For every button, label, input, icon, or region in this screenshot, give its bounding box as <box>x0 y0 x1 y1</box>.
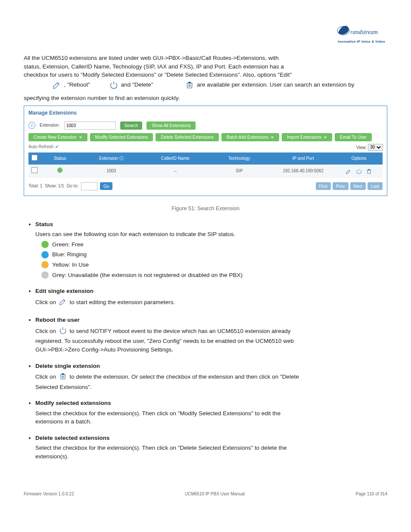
status-label: Grey: Unavailable (the extension is not … <box>52 271 243 280</box>
column-header-checkbox[interactable] <box>28 152 40 165</box>
notes-list: Status Users can see the following icon … <box>24 220 387 461</box>
section-delete-selected-title: Delete selected extensions <box>35 434 387 442</box>
column-header-ipport[interactable]: IP and Port <box>271 152 336 165</box>
cell-ipport: 192.168.40.190:5062 <box>271 165 336 178</box>
pager-first-button[interactable]: First <box>316 182 331 190</box>
cell-technology: SIP <box>207 165 271 178</box>
info-icon: i <box>28 122 35 129</box>
edit-icon <box>59 297 67 308</box>
trash-icon <box>185 80 194 90</box>
column-header-callerid[interactable]: CallerID Name <box>143 152 208 165</box>
email-to-user-button[interactable]: Email To User <box>335 133 372 141</box>
import-extensions-button[interactable]: Import Extensions <box>282 133 332 141</box>
chevron-down-icon <box>271 137 274 139</box>
brand-logo: randstream Innovative IP Voice & Video <box>336 24 387 44</box>
section-delete-single-title: Delete single extension <box>35 362 387 370</box>
intro-tail: specifying the extension number to find … <box>24 94 342 103</box>
column-header-status[interactable]: Status <box>40 152 79 165</box>
status-label: Green: Free <box>52 240 84 249</box>
chevron-down-icon <box>324 137 327 139</box>
search-row: i Extension: Search Show All Extensions <box>28 121 383 130</box>
pager-last-button[interactable]: Last <box>367 182 383 190</box>
action-buttons-row: Create New Extension Modify Selected Ext… <box>28 133 383 141</box>
table-pager: Total: 1 Show: 1/1 Go to: Go First Prev … <box>28 182 383 190</box>
section-status-title: Status <box>35 220 387 229</box>
section-reboot-title: Reboot the user <box>35 316 387 324</box>
manage-extensions-panel: Manage Extensions i Extension: Search Sh… <box>24 106 387 196</box>
edit-icon <box>52 80 62 90</box>
reboot-icon <box>59 326 67 337</box>
pager-total: Total: 1 <box>28 183 42 190</box>
page-footer: Firmware Version 1.0.0.22 UCM6510 IP PBX… <box>24 491 387 498</box>
batch-add-button[interactable]: Batch Add Extensions <box>221 133 279 141</box>
modify-selected-button[interactable]: Modify Selected Extensions <box>90 133 153 141</box>
create-new-extension-button[interactable]: Create New Extension <box>28 133 87 141</box>
panel-title: Manage Extensions <box>28 109 383 117</box>
pager-go-button[interactable]: Go <box>100 182 112 190</box>
delete-selected-button[interactable]: Delete Selected Extensions <box>156 133 218 141</box>
footer-page: Page 110 of 314 <box>356 491 387 498</box>
status-dot-free <box>57 168 62 173</box>
section-edit-title: Edit single extension <box>35 287 387 296</box>
intro-paragraph: All the UCM6510 extensions are listed un… <box>24 54 342 79</box>
status-dot-ringing <box>41 251 49 258</box>
status-dot-inuse <box>41 261 49 268</box>
pager-prev-button[interactable]: Prev <box>333 182 349 190</box>
trash-icon <box>59 372 67 383</box>
figure-caption: Figure 51: Search Extension <box>24 205 387 212</box>
show-all-extensions-button[interactable]: Show All Extensions <box>146 121 196 130</box>
table-row: 1003 -- SIP 192.168.40.190:5062 <box>28 165 383 178</box>
footer-product: UCM6510 IP PBX User Manual <box>185 491 245 498</box>
column-header-options: Options <box>335 152 383 165</box>
extensions-table: Status Extension ⓘ CallerID Name Technol… <box>28 152 383 178</box>
extension-input[interactable] <box>64 121 116 130</box>
cell-extension: 1003 <box>79 165 143 178</box>
search-button[interactable]: Search <box>120 121 143 130</box>
reboot-icon <box>109 80 118 90</box>
footer-firmware: Firmware Version 1.0.0.22 <box>24 491 74 498</box>
pager-show: Show: 1/1 <box>45 183 64 190</box>
check-icon: ✔ <box>55 144 59 150</box>
row-checkbox[interactable] <box>31 167 37 173</box>
edit-icon[interactable] <box>344 168 353 173</box>
status-dot-unavailable <box>41 271 49 279</box>
column-header-extension[interactable]: Extension ⓘ <box>79 152 143 165</box>
cell-callerid: -- <box>143 165 208 178</box>
chevron-down-icon <box>79 137 82 139</box>
auto-refresh-toggle[interactable]: Auto Refresh ✔ <box>28 144 59 150</box>
trash-icon[interactable] <box>364 168 374 173</box>
svg-text:randstream: randstream <box>350 29 378 35</box>
section-modify-selected-title: Modify selected extensions <box>35 399 387 408</box>
svg-rect-3 <box>367 170 371 174</box>
pager-next-button[interactable]: Next <box>350 182 366 190</box>
status-label: Yellow: In Use <box>52 261 89 269</box>
section-status-desc: Users can see the following icon for eac… <box>35 230 387 239</box>
extension-label: Extension: <box>40 122 60 129</box>
view-selector[interactable]: View: 30 <box>356 144 383 151</box>
column-header-technology[interactable]: Technology <box>207 152 271 165</box>
pager-goto-label: Go to: <box>67 183 78 190</box>
intro-icon-row: , "Reboot" and "Delete" are available pe… <box>24 80 387 90</box>
status-dot-free <box>41 241 49 248</box>
grandstream-logo-icon: randstream <box>336 24 387 39</box>
reboot-icon[interactable] <box>355 168 364 173</box>
pager-goto-input[interactable] <box>81 182 97 190</box>
status-label: Blue: Ringing <box>52 250 87 259</box>
